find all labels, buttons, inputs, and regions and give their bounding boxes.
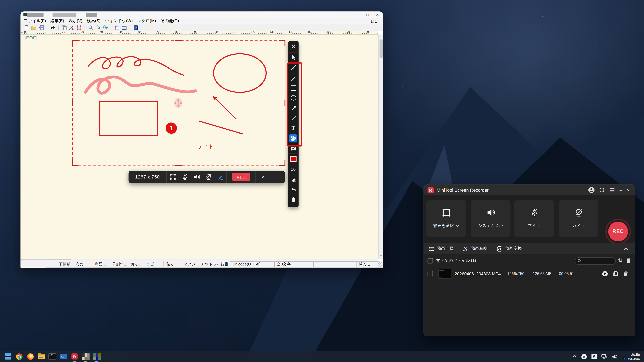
- resize-grip[interactable]: [378, 262, 382, 267]
- encoding-indicator[interactable]: Unicode(UTF-8): [230, 261, 274, 267]
- close-button[interactable]: ✕: [373, 12, 382, 17]
- select-region-label: 範囲を選択: [433, 223, 454, 229]
- menu-view[interactable]: 表示(V): [68, 18, 82, 24]
- taskbar-minitool-icon[interactable]: R: [70, 352, 79, 361]
- mic-muted-icon[interactable]: [178, 174, 190, 180]
- copy-icon[interactable]: [62, 25, 67, 30]
- taskbar-explorer-icon[interactable]: [37, 352, 46, 361]
- close-button[interactable]: ✕: [626, 188, 630, 192]
- open-file-icon[interactable]: [31, 25, 36, 30]
- paste-icon[interactable]: [76, 25, 82, 30]
- system-audio-card[interactable]: システム音声: [471, 200, 511, 237]
- camera-off-icon[interactable]: [202, 174, 214, 180]
- menu-file[interactable]: ファイル(F): [24, 18, 46, 24]
- microphone-card[interactable]: マイク: [514, 200, 554, 237]
- fkey-label[interactable]: 切り...: [130, 262, 142, 267]
- scroll-up-arrow[interactable]: ▲: [379, 34, 383, 39]
- search-icon[interactable]: [88, 25, 93, 30]
- new-file-icon[interactable]: [24, 25, 29, 30]
- tray-stop-recording-icon[interactable]: [581, 354, 587, 359]
- start-button[interactable]: [4, 352, 12, 361]
- editor-titlebar[interactable]: – □ ✕: [20, 11, 383, 18]
- collapse-panel-icon[interactable]: [624, 247, 635, 250]
- camera-card[interactable]: カメラ: [559, 200, 598, 237]
- search-prev-icon[interactable]: [103, 25, 108, 30]
- input-mode-indicator[interactable]: 挿入モード: [356, 261, 379, 267]
- fkey-label[interactable]: コピー: [146, 262, 158, 267]
- minitool-titlebar[interactable]: R MiniTool Screen Recorder – ✕: [424, 185, 635, 195]
- rec-button[interactable]: REC: [232, 173, 250, 181]
- menu-search[interactable]: 検索(S): [87, 18, 100, 24]
- ruler-number: 140: [289, 30, 293, 33]
- delete-file-button[interactable]: [623, 271, 628, 276]
- minimize-button[interactable]: –: [352, 12, 362, 17]
- clear-trash-button[interactable]: [288, 194, 299, 204]
- taskbar-firefox-icon[interactable]: [26, 352, 34, 361]
- region-frame-icon[interactable]: [167, 174, 178, 180]
- ruler-number: 160: [326, 30, 331, 33]
- menu-window[interactable]: ウィンドウ(W): [105, 18, 133, 24]
- taskbar-redacted-app-icon[interactable]: [81, 352, 90, 361]
- jump-icon[interactable]: [114, 25, 120, 30]
- menu-icon[interactable]: [610, 188, 615, 192]
- close-recording-icon[interactable]: ✕: [256, 174, 271, 180]
- scroll-down-arrow[interactable]: ▼: [379, 254, 383, 259]
- rec-start-button[interactable]: REC: [608, 222, 628, 241]
- account-icon[interactable]: [588, 187, 595, 193]
- fkey-label[interactable]: 分割ウ...: [112, 262, 127, 267]
- play-button[interactable]: [602, 271, 608, 276]
- pen-size-value[interactable]: 16: [288, 164, 299, 174]
- file-resolution: 1266x750: [507, 271, 533, 276]
- menu-others[interactable]: その他(O): [160, 18, 179, 24]
- settings-gear-icon[interactable]: [600, 187, 605, 193]
- undo-button[interactable]: [288, 184, 299, 194]
- scrollbar-thumb[interactable]: [379, 39, 383, 58]
- taskbar-chrome-icon[interactable]: [15, 352, 23, 361]
- tab-video-edit[interactable]: 動画編集: [463, 246, 488, 252]
- tray-network-icon[interactable]: [602, 354, 608, 359]
- maximize-button[interactable]: □: [363, 12, 372, 17]
- horizontal-scrollbar[interactable]: [20, 259, 378, 261]
- menu-macro[interactable]: マクロ(M): [137, 18, 156, 24]
- taskbar-redacted-app-icon[interactable]: [92, 352, 101, 361]
- fkey-label[interactable]: 貼り...: [166, 262, 178, 267]
- tray-ime-icon[interactable]: A: [592, 354, 597, 359]
- undo-icon[interactable]: [50, 25, 56, 30]
- tab-video-list[interactable]: 動画一覧: [429, 246, 454, 252]
- color-swatch[interactable]: [288, 154, 299, 164]
- minimize-button[interactable]: –: [620, 188, 622, 192]
- select-region-card[interactable]: 範囲を選択: [426, 200, 466, 237]
- tab-video-convert[interactable]: 動画変換: [497, 246, 522, 252]
- open-folder-button[interactable]: [613, 271, 618, 276]
- search-next-icon[interactable]: [95, 25, 100, 30]
- close-palette-button[interactable]: [288, 41, 299, 52]
- recording-file-row[interactable]: 20260406_204808.MP4 1266x750 126.65 MB 0…: [424, 267, 635, 280]
- eraser-tool[interactable]: [288, 174, 299, 184]
- select-all-checkbox[interactable]: [428, 258, 433, 263]
- fkey-label[interactable]: 次の...: [76, 262, 87, 267]
- cut-icon[interactable]: [69, 25, 74, 30]
- svg-text:?: ?: [135, 26, 137, 29]
- fkey-label[interactable]: 下候補: [59, 262, 70, 267]
- vertical-scrollbar[interactable]: ▲ ▼: [378, 34, 383, 259]
- taskbar-powershell-icon[interactable]: >_: [59, 352, 68, 361]
- sort-icon[interactable]: [618, 258, 622, 263]
- window-list-icon[interactable]: [122, 25, 127, 30]
- file-checkbox[interactable]: [428, 271, 433, 276]
- taskbar-cmd-icon[interactable]: C:\: [48, 352, 57, 361]
- menu-edit[interactable]: 編集(E): [50, 18, 64, 24]
- fkey-label[interactable]: 単語...: [95, 262, 106, 267]
- fkey-label[interactable]: タグジ...: [184, 262, 199, 267]
- ruler-number: 60: [138, 30, 140, 33]
- cursor-tool[interactable]: [288, 52, 299, 62]
- tray-volume-icon[interactable]: [612, 354, 618, 359]
- recording-region-canvas[interactable]: 1 テスト: [72, 40, 286, 166]
- annotate-pen-icon[interactable]: [214, 174, 226, 180]
- delete-all-icon[interactable]: [626, 257, 631, 263]
- save-file-icon[interactable]: [38, 25, 44, 30]
- taskbar-clock[interactable]: 20:56 2026/04/06: [622, 352, 640, 361]
- search-input[interactable]: [575, 257, 616, 265]
- speaker-icon[interactable]: [190, 174, 202, 180]
- tray-chevron-up-icon[interactable]: [572, 355, 577, 358]
- help-icon[interactable]: ?: [133, 25, 138, 30]
